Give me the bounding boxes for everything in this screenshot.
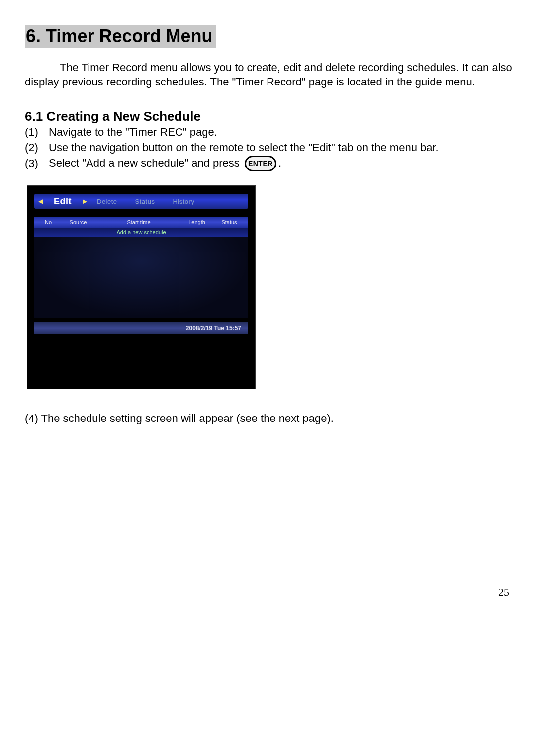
chevron-right-icon: ▶ — [82, 198, 88, 205]
add-new-schedule-row[interactable]: Add a new schedule — [34, 228, 248, 237]
col-header-source: Source — [58, 219, 98, 225]
subsection-heading: 6.1 Creating a New Schedule — [25, 109, 512, 124]
col-header-start-time: Start time — [98, 219, 179, 225]
tab-status[interactable]: Status — [126, 198, 164, 205]
step-1: (1) Navigate to the "Timer REC" page. — [25, 125, 512, 140]
step-4-text: (4) The schedule setting screen will app… — [25, 412, 512, 425]
embedded-ui-screenshot: ◀ Edit ▶ Delete Status History No Source… — [27, 185, 256, 389]
page-number: 25 — [498, 586, 509, 599]
tab-edit[interactable]: Edit — [44, 196, 82, 207]
step-3-before: Select "Add a new schedule" and press — [49, 157, 240, 169]
step-text: Select "Add a new schedule" and press EN… — [49, 156, 512, 171]
col-header-no: No — [38, 219, 58, 225]
step-text: Navigate to the "Timer REC" page. — [49, 125, 512, 140]
status-bar: 2008/2/19 Tue 15:57 — [34, 322, 248, 334]
tab-delete[interactable]: Delete — [88, 198, 126, 205]
step-number: (2) — [25, 141, 49, 155]
step-3: (3) Select "Add a new schedule" and pres… — [25, 156, 512, 171]
chevron-left-icon: ◀ — [37, 198, 44, 205]
step-number: (3) — [25, 157, 49, 171]
schedule-table-body — [34, 237, 248, 318]
current-datetime: 2008/2/19 Tue 15:57 — [186, 325, 241, 332]
col-header-status: Status — [214, 219, 244, 225]
enter-button-icon: ENTER — [245, 156, 276, 171]
steps-list: (1) Navigate to the "Timer REC" page. (2… — [25, 125, 512, 171]
tab-bar: ◀ Edit ▶ Delete Status History — [34, 194, 248, 209]
step-number: (1) — [25, 125, 49, 140]
col-header-length: Length — [179, 219, 214, 225]
step-2: (2) Use the navigation button on the rem… — [25, 141, 512, 155]
step-text: Use the navigation button on the remote … — [49, 141, 512, 155]
section-heading: 6. Timer Record Menu — [25, 25, 216, 48]
table-header-row: No Source Start time Length Status — [34, 217, 248, 228]
step-3-after: . — [278, 157, 281, 169]
intro-text: The Timer Record menu allows you to crea… — [25, 61, 512, 88]
intro-paragraph: The Timer Record menu allows you to crea… — [25, 61, 512, 89]
tab-history[interactable]: History — [164, 198, 203, 205]
